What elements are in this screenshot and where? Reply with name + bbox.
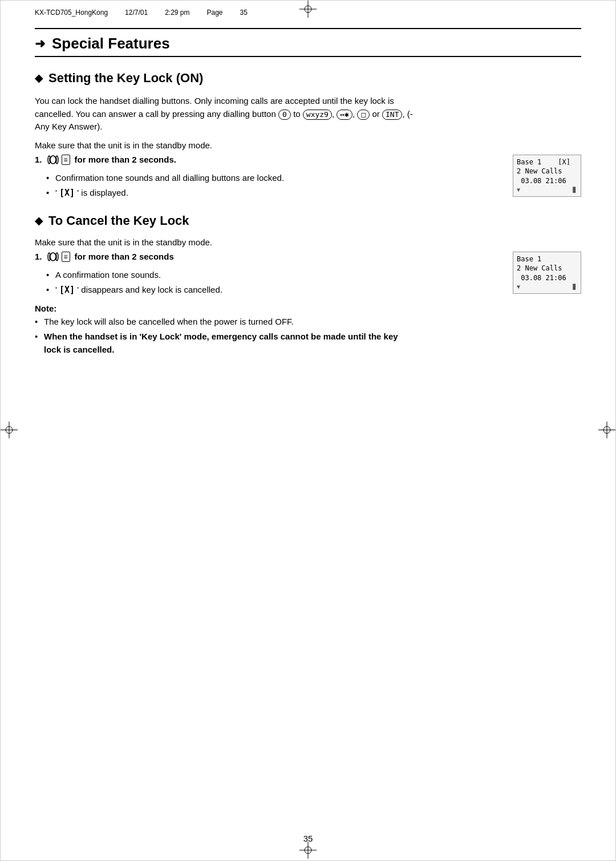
lcd1-line1: Base 1 [X] <box>517 157 577 167</box>
title-underline <box>35 56 581 57</box>
bullet-item-2-2: ' [X] ' disappears and key lock is cance… <box>46 284 423 297</box>
button-flash: ↔✱ <box>337 110 352 120</box>
header-page-number: 35 <box>240 9 248 17</box>
header-filename: KX-TCD705_HongKong <box>35 9 108 17</box>
setting-key-lock-section: ◆ Setting the Key Lock (ON) You can lock… <box>35 71 581 200</box>
cancel-step1-label: 1. <box>35 252 42 261</box>
note-label: Note: <box>35 304 480 313</box>
header-page-label: Page <box>206 9 222 17</box>
step-list-2: 1. ≡ for more than 2 seconds <box>35 252 581 262</box>
lcd2-line1: Base 1 <box>517 254 577 264</box>
header-time: 2:29 pm <box>165 9 189 17</box>
header-date: 12/7/01 <box>125 9 148 17</box>
button-0: 0 <box>278 110 291 120</box>
menu-icon-2: ≡ <box>62 252 70 262</box>
special-features-heading: ➜ Special Features <box>35 35 581 52</box>
standby-text-1: Make sure that the unit is in the standb… <box>35 140 423 150</box>
bullet-item-2-1: A confirmation tone sounds. <box>46 269 423 282</box>
step1-container: Base 1 [X] 2 New Calls 03.08 21:06 ▼ ▐▌ … <box>35 155 581 200</box>
lcd1-arrow: ▼ <box>517 186 520 194</box>
step-list-1: 1. ≡ for more than 2 seconds. <box>35 155 581 165</box>
setting-key-lock-title: ◆ Setting the Key Lock (ON) <box>35 71 581 86</box>
special-features-title-text: Special Features <box>52 35 170 52</box>
display-char-x-2: [X] <box>59 285 75 295</box>
step1-label: 1. <box>35 155 42 164</box>
note-bullet-2: When the handset is in 'Key Lock' mode, … <box>35 330 411 356</box>
cancel-step1-icons: ≡ <box>47 252 70 262</box>
svg-point-13 <box>50 253 56 261</box>
header-divider <box>35 28 581 29</box>
page-number: 35 <box>303 834 313 843</box>
lcd2-arrow: ▼ <box>517 283 520 291</box>
note-bullet-list: The key lock will also be cancelled when… <box>35 316 411 357</box>
display-char-x: [X] <box>59 188 75 198</box>
cancel-key-lock-title: ◆ To Cancel the Key Lock <box>35 213 581 228</box>
cancel-step1-text: for more than 2 seconds <box>75 252 174 261</box>
setting-key-lock-title-text: Setting the Key Lock (ON) <box>48 71 203 86</box>
bullet-item-1-1: Confirmation tone sounds and all diallin… <box>46 172 423 185</box>
button-9: wxyz9 <box>303 110 332 120</box>
reg-cross-right <box>598 421 615 440</box>
note-bullet-1: The key lock will also be cancelled when… <box>35 316 411 329</box>
standby-text-2: Make sure that the unit is in the standb… <box>35 237 423 247</box>
step-1: 1. ≡ for more than 2 seconds. <box>35 155 423 165</box>
lcd1-line2: 2 New Calls <box>517 167 577 176</box>
svg-point-12 <box>50 156 56 164</box>
lcd-display-1: Base 1 [X] 2 New Calls 03.08 21:06 ▼ ▐▌ <box>513 155 581 197</box>
cancel-step1-container: Base 1 2 New Calls 03.08 21:06 ▼ ▐▌ 1. <box>35 252 581 297</box>
arrow-icon: ➜ <box>35 37 45 51</box>
diamond-icon-1: ◆ <box>35 72 43 84</box>
handset-icon-1 <box>47 155 59 165</box>
lcd-display-2: Base 1 2 New Calls 03.08 21:06 ▼ ▐▌ <box>513 252 581 294</box>
page-container: KX-TCD705_HongKong 12/7/01 2:29 pm Page … <box>0 0 616 861</box>
reg-cross-bottom <box>299 842 317 860</box>
bullet-list-1: Confirmation tone sounds and all diallin… <box>46 172 423 200</box>
lcd1-line3: 03.08 21:06 <box>517 176 577 186</box>
setting-key-lock-intro: You can lock the handset dialling button… <box>35 95 423 134</box>
lcd2-battery: ▐▌ <box>571 284 577 291</box>
bullet-list-2: A confirmation tone sounds. ' [X] ' disa… <box>46 269 423 297</box>
lcd1-battery: ▐▌ <box>571 187 577 194</box>
to-text: to <box>293 109 301 119</box>
handset-icon-2 <box>47 252 59 262</box>
step1-text: for more than 2 seconds. <box>75 155 176 164</box>
lcd2-line3: 03.08 21:06 <box>517 273 577 283</box>
bullet-item-1-2: ' [X] ' is displayed. <box>46 187 423 200</box>
lcd2-line2: 2 New Calls <box>517 264 577 273</box>
menu-icon-1: ≡ <box>62 155 70 165</box>
page-header: KX-TCD705_HongKong 12/7/01 2:29 pm Page … <box>35 9 581 17</box>
diamond-icon-2: ◆ <box>35 215 43 227</box>
step1-icons: ≡ <box>47 155 70 165</box>
cancel-key-lock-section: ◆ To Cancel the Key Lock Make sure that … <box>35 213 581 357</box>
note-section: Note: The key lock will also be cancelle… <box>35 304 480 357</box>
button-int: INT <box>382 110 402 120</box>
reg-cross-left <box>1 421 18 440</box>
cancel-key-lock-title-text: To Cancel the Key Lock <box>48 213 189 228</box>
cancel-step-1: 1. ≡ for more than 2 seconds <box>35 252 423 262</box>
main-content: ➜ Special Features ◆ Setting the Key Loc… <box>35 35 581 370</box>
button-hash: □ <box>357 110 370 120</box>
